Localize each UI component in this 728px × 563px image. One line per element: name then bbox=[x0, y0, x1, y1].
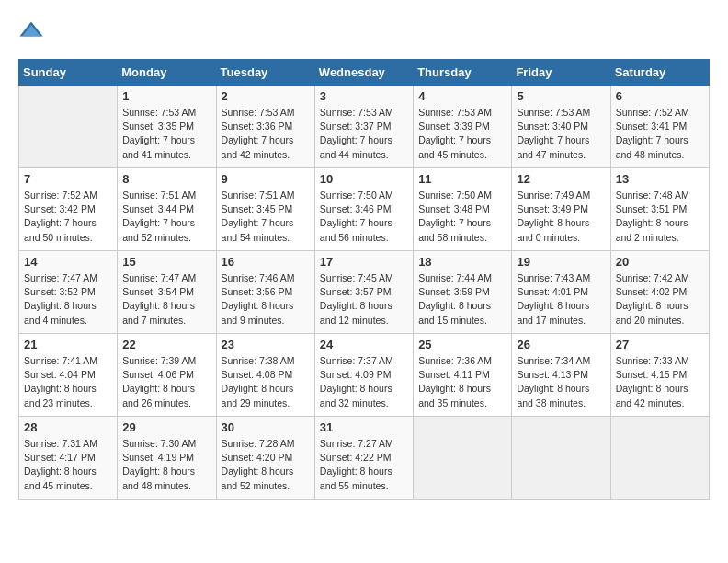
day-info: Sunrise: 7:44 AMSunset: 3:59 PMDaylight:… bbox=[418, 271, 506, 327]
day-info: Sunrise: 7:53 AMSunset: 3:37 PMDaylight:… bbox=[320, 106, 408, 162]
calendar-cell: 26Sunrise: 7:34 AMSunset: 4:13 PMDayligh… bbox=[512, 334, 610, 417]
calendar-cell: 3Sunrise: 7:53 AMSunset: 3:37 PMDaylight… bbox=[314, 86, 413, 168]
day-number: 27 bbox=[616, 338, 704, 351]
day-number: 20 bbox=[616, 255, 704, 269]
calendar-cell bbox=[19, 86, 118, 168]
calendar-cell: 10Sunrise: 7:50 AMSunset: 3:46 PMDayligh… bbox=[314, 168, 413, 251]
calendar-cell: 20Sunrise: 7:42 AMSunset: 4:02 PMDayligh… bbox=[610, 251, 709, 334]
day-number: 25 bbox=[418, 338, 506, 351]
weekday-header-row: SundayMondayTuesdayWednesdayThursdayFrid… bbox=[19, 60, 710, 86]
day-number: 2 bbox=[222, 89, 310, 103]
calendar-cell: 21Sunrise: 7:41 AMSunset: 4:04 PMDayligh… bbox=[19, 334, 118, 417]
calendar-cell: 24Sunrise: 7:37 AMSunset: 4:09 PMDayligh… bbox=[314, 334, 413, 417]
calendar-cell: 8Sunrise: 7:51 AMSunset: 3:44 PMDaylight… bbox=[118, 168, 216, 251]
day-number: 26 bbox=[517, 338, 605, 351]
day-info: Sunrise: 7:41 AMSunset: 4:04 PMDaylight:… bbox=[24, 354, 112, 410]
calendar-cell bbox=[512, 417, 610, 500]
day-info: Sunrise: 7:45 AMSunset: 3:57 PMDaylight:… bbox=[320, 271, 408, 327]
calendar-cell: 1Sunrise: 7:53 AMSunset: 3:35 PMDaylight… bbox=[118, 86, 216, 168]
day-number: 3 bbox=[320, 89, 408, 103]
weekday-header-saturday: Saturday bbox=[610, 60, 709, 86]
day-info: Sunrise: 7:31 AMSunset: 4:17 PMDaylight:… bbox=[24, 437, 112, 493]
calendar-cell: 11Sunrise: 7:50 AMSunset: 3:48 PMDayligh… bbox=[414, 168, 512, 251]
day-info: Sunrise: 7:50 AMSunset: 3:48 PMDaylight:… bbox=[418, 189, 506, 245]
day-number: 7 bbox=[24, 172, 112, 186]
day-number: 23 bbox=[222, 338, 310, 351]
day-info: Sunrise: 7:27 AMSunset: 4:22 PMDaylight:… bbox=[320, 437, 408, 493]
calendar-cell: 17Sunrise: 7:45 AMSunset: 3:57 PMDayligh… bbox=[314, 251, 413, 334]
logo-icon bbox=[18, 18, 44, 44]
day-number: 10 bbox=[320, 172, 408, 186]
page-header bbox=[18, 18, 710, 44]
weekday-header-thursday: Thursday bbox=[414, 60, 512, 86]
calendar-cell: 5Sunrise: 7:53 AMSunset: 3:40 PMDaylight… bbox=[512, 86, 610, 168]
day-info: Sunrise: 7:39 AMSunset: 4:06 PMDaylight:… bbox=[122, 354, 210, 410]
calendar-week-4: 28Sunrise: 7:31 AMSunset: 4:17 PMDayligh… bbox=[19, 417, 710, 500]
calendar-cell: 18Sunrise: 7:44 AMSunset: 3:59 PMDayligh… bbox=[414, 251, 512, 334]
day-number: 28 bbox=[24, 420, 112, 434]
day-info: Sunrise: 7:33 AMSunset: 4:15 PMDaylight:… bbox=[616, 354, 704, 410]
calendar-cell: 16Sunrise: 7:46 AMSunset: 3:56 PMDayligh… bbox=[216, 251, 314, 334]
day-number: 12 bbox=[517, 172, 605, 186]
calendar-cell: 2Sunrise: 7:53 AMSunset: 3:36 PMDaylight… bbox=[216, 86, 314, 168]
day-info: Sunrise: 7:47 AMSunset: 3:52 PMDaylight:… bbox=[24, 271, 112, 327]
day-info: Sunrise: 7:43 AMSunset: 4:01 PMDaylight:… bbox=[517, 271, 605, 327]
day-number: 13 bbox=[616, 172, 704, 186]
calendar-cell: 28Sunrise: 7:31 AMSunset: 4:17 PMDayligh… bbox=[19, 417, 118, 500]
calendar-header: SundayMondayTuesdayWednesdayThursdayFrid… bbox=[19, 60, 710, 86]
calendar-cell: 14Sunrise: 7:47 AMSunset: 3:52 PMDayligh… bbox=[19, 251, 118, 334]
weekday-header-tuesday: Tuesday bbox=[216, 60, 314, 86]
day-number: 17 bbox=[320, 255, 408, 269]
calendar-cell: 4Sunrise: 7:53 AMSunset: 3:39 PMDaylight… bbox=[414, 86, 512, 168]
calendar-cell bbox=[610, 417, 709, 500]
day-info: Sunrise: 7:53 AMSunset: 3:35 PMDaylight:… bbox=[122, 106, 210, 162]
day-number: 18 bbox=[418, 255, 506, 269]
day-info: Sunrise: 7:46 AMSunset: 3:56 PMDaylight:… bbox=[222, 271, 310, 327]
calendar-cell: 31Sunrise: 7:27 AMSunset: 4:22 PMDayligh… bbox=[314, 417, 413, 500]
day-info: Sunrise: 7:53 AMSunset: 3:36 PMDaylight:… bbox=[222, 106, 310, 162]
calendar-table: SundayMondayTuesdayWednesdayThursdayFrid… bbox=[18, 59, 710, 500]
day-info: Sunrise: 7:52 AMSunset: 3:42 PMDaylight:… bbox=[24, 189, 112, 245]
calendar-cell: 22Sunrise: 7:39 AMSunset: 4:06 PMDayligh… bbox=[118, 334, 216, 417]
weekday-header-sunday: Sunday bbox=[19, 60, 118, 86]
calendar-cell: 15Sunrise: 7:47 AMSunset: 3:54 PMDayligh… bbox=[118, 251, 216, 334]
weekday-header-friday: Friday bbox=[512, 60, 610, 86]
day-number: 8 bbox=[122, 172, 210, 186]
day-info: Sunrise: 7:36 AMSunset: 4:11 PMDaylight:… bbox=[418, 354, 506, 410]
calendar-cell: 25Sunrise: 7:36 AMSunset: 4:11 PMDayligh… bbox=[414, 334, 512, 417]
calendar-cell: 19Sunrise: 7:43 AMSunset: 4:01 PMDayligh… bbox=[512, 251, 610, 334]
day-number: 22 bbox=[122, 338, 210, 351]
calendar-cell: 23Sunrise: 7:38 AMSunset: 4:08 PMDayligh… bbox=[216, 334, 314, 417]
day-number: 6 bbox=[616, 89, 704, 103]
calendar-cell: 13Sunrise: 7:48 AMSunset: 3:51 PMDayligh… bbox=[610, 168, 709, 251]
day-info: Sunrise: 7:49 AMSunset: 3:49 PMDaylight:… bbox=[517, 189, 605, 245]
day-number: 14 bbox=[24, 255, 112, 269]
day-info: Sunrise: 7:34 AMSunset: 4:13 PMDaylight:… bbox=[517, 354, 605, 410]
day-number: 30 bbox=[222, 420, 310, 434]
day-info: Sunrise: 7:53 AMSunset: 3:39 PMDaylight:… bbox=[418, 106, 506, 162]
calendar-cell: 29Sunrise: 7:30 AMSunset: 4:19 PMDayligh… bbox=[118, 417, 216, 500]
day-number: 1 bbox=[122, 89, 210, 103]
calendar-body: 1Sunrise: 7:53 AMSunset: 3:35 PMDaylight… bbox=[19, 86, 710, 500]
day-number: 4 bbox=[418, 89, 506, 103]
day-info: Sunrise: 7:51 AMSunset: 3:44 PMDaylight:… bbox=[122, 189, 210, 245]
calendar-cell bbox=[414, 417, 512, 500]
day-info: Sunrise: 7:28 AMSunset: 4:20 PMDaylight:… bbox=[222, 437, 310, 493]
calendar-week-3: 21Sunrise: 7:41 AMSunset: 4:04 PMDayligh… bbox=[19, 334, 710, 417]
day-info: Sunrise: 7:51 AMSunset: 3:45 PMDaylight:… bbox=[222, 189, 310, 245]
day-number: 11 bbox=[418, 172, 506, 186]
weekday-header-monday: Monday bbox=[118, 60, 216, 86]
calendar-week-2: 14Sunrise: 7:47 AMSunset: 3:52 PMDayligh… bbox=[19, 251, 710, 334]
logo bbox=[18, 18, 48, 44]
day-info: Sunrise: 7:42 AMSunset: 4:02 PMDaylight:… bbox=[616, 271, 704, 327]
calendar-cell: 9Sunrise: 7:51 AMSunset: 3:45 PMDaylight… bbox=[216, 168, 314, 251]
calendar-cell: 7Sunrise: 7:52 AMSunset: 3:42 PMDaylight… bbox=[19, 168, 118, 251]
day-info: Sunrise: 7:47 AMSunset: 3:54 PMDaylight:… bbox=[122, 271, 210, 327]
calendar-week-1: 7Sunrise: 7:52 AMSunset: 3:42 PMDaylight… bbox=[19, 168, 710, 251]
weekday-header-wednesday: Wednesday bbox=[314, 60, 413, 86]
day-info: Sunrise: 7:48 AMSunset: 3:51 PMDaylight:… bbox=[616, 189, 704, 245]
calendar-cell: 30Sunrise: 7:28 AMSunset: 4:20 PMDayligh… bbox=[216, 417, 314, 500]
day-info: Sunrise: 7:37 AMSunset: 4:09 PMDaylight:… bbox=[320, 354, 408, 410]
day-info: Sunrise: 7:53 AMSunset: 3:40 PMDaylight:… bbox=[517, 106, 605, 162]
day-number: 19 bbox=[517, 255, 605, 269]
